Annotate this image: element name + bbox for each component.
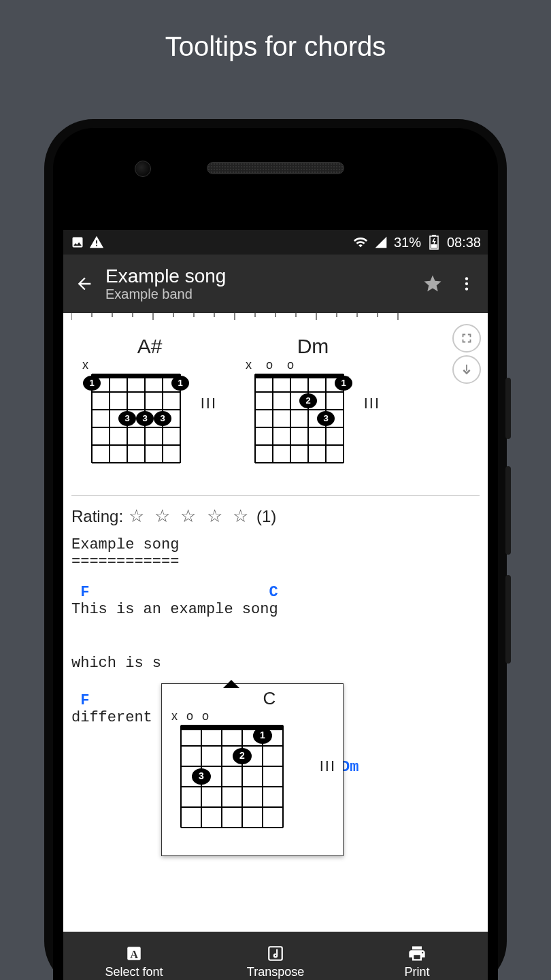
- svg-point-5: [465, 287, 468, 290]
- chord-diagram[interactable]: Dm x o o: [241, 335, 357, 472]
- chord-grid: 123: [241, 370, 357, 472]
- chord-diagram[interactable]: A# x: [78, 335, 194, 472]
- song-body-underline: ============: [71, 553, 480, 570]
- chord-name: Dm: [241, 335, 357, 358]
- battery-icon: [427, 235, 441, 250]
- phone-side-button: [505, 466, 511, 555]
- svg-point-3: [465, 277, 468, 280]
- bottombar-label: Print: [404, 965, 429, 979]
- svg-text:1: 1: [178, 378, 182, 388]
- svg-text:2: 2: [239, 750, 245, 761]
- svg-text:3: 3: [124, 413, 129, 423]
- svg-text:3: 3: [323, 413, 328, 423]
- rating-line: Rating: ☆ ☆ ☆ ☆ ☆ (1): [71, 506, 480, 527]
- phone-camera: [135, 161, 151, 177]
- svg-text:1: 1: [341, 378, 346, 388]
- statusbar: 31% 08:38: [63, 230, 488, 255]
- app-screen: 31% 08:38 Example song Example band: [63, 230, 488, 980]
- bottombar: A Select font Transpose P: [63, 932, 488, 980]
- favorite-button[interactable]: [416, 267, 450, 301]
- wifi-icon: [353, 235, 368, 250]
- appbar: Example song Example band: [63, 255, 488, 313]
- song-body-title: Example song: [71, 536, 480, 553]
- image-icon: [70, 235, 85, 250]
- rating-label: Rating:: [71, 507, 123, 526]
- song-artist: Example band: [105, 287, 416, 301]
- svg-rect-2: [431, 244, 437, 248]
- svg-text:1: 1: [89, 378, 94, 388]
- chord-nut-markers: x: [78, 358, 194, 370]
- chord-fret-label: III: [201, 395, 217, 412]
- rating-count: (1): [256, 507, 276, 526]
- bottombar-label: Select font: [105, 965, 163, 979]
- transpose-icon: [265, 943, 286, 964]
- divider: [71, 495, 480, 496]
- title-block: Example song Example band: [105, 266, 416, 301]
- fullscreen-button[interactable]: [452, 324, 481, 353]
- svg-text:A: A: [130, 948, 138, 960]
- bottombar-label: Transpose: [247, 965, 304, 979]
- clock: 08:38: [447, 235, 481, 250]
- chord-fret-label: III: [320, 757, 336, 775]
- font-icon: A: [124, 943, 144, 964]
- content[interactable]: A# x: [63, 313, 488, 932]
- phone-side-button: [505, 575, 511, 664]
- rating-stars[interactable]: ☆ ☆ ☆ ☆ ☆: [129, 506, 251, 527]
- page-caption: Tooltips for chords: [0, 0, 551, 62]
- svg-text:2: 2: [305, 395, 310, 406]
- svg-point-4: [465, 282, 468, 285]
- overflow-menu-button[interactable]: [450, 267, 484, 301]
- phone-frame: 31% 08:38 Example song Example band: [44, 119, 507, 980]
- svg-text:3: 3: [160, 413, 165, 423]
- svg-text:3: 3: [142, 413, 147, 423]
- svg-rect-1: [432, 235, 436, 236]
- chord-nut-markers: x o o: [167, 709, 337, 721]
- svg-text:3: 3: [199, 770, 204, 781]
- phone-speaker: [207, 162, 344, 174]
- select-font-button[interactable]: A Select font: [63, 932, 205, 980]
- chord-tooltip: C x o o: [161, 683, 344, 856]
- chord-name: A#: [78, 335, 194, 358]
- chord-name: C: [167, 688, 337, 709]
- chord-nut-markers: x o o: [241, 358, 357, 370]
- chord-fret-label: III: [364, 395, 380, 412]
- warning-icon: [89, 235, 104, 250]
- back-button[interactable]: [67, 267, 101, 301]
- song-title: Example song: [105, 266, 416, 286]
- svg-text:1: 1: [260, 730, 265, 740]
- chord-grid: 123: [167, 721, 297, 837]
- battery-text: 31%: [394, 235, 421, 250]
- signal-icon: [373, 235, 388, 250]
- phone-side-button: [505, 378, 511, 439]
- print-button[interactable]: Print: [346, 932, 488, 980]
- chord-line[interactable]: F C: [71, 584, 480, 601]
- lyric-line: This is an example song: [71, 601, 480, 618]
- scroll-down-button[interactable]: [452, 355, 481, 384]
- chord-grid: 11 333: [78, 370, 194, 472]
- ruler-ticks: [71, 313, 480, 328]
- transpose-button[interactable]: Transpose: [205, 932, 346, 980]
- print-icon: [407, 943, 427, 964]
- lyric-line: which is s: [71, 655, 480, 672]
